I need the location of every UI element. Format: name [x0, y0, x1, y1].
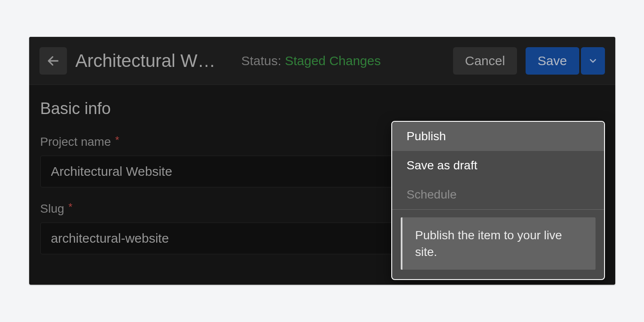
cancel-button[interactable]: Cancel	[453, 47, 517, 75]
required-marker: *	[69, 201, 73, 213]
chevron-down-icon	[588, 56, 598, 66]
arrow-left-icon	[46, 54, 60, 68]
dropdown-separator	[392, 209, 604, 210]
page-title: Architectural W…	[76, 51, 216, 71]
editor-header: Architectural W… Status: Staged Changes …	[29, 37, 615, 85]
status-label: Status:	[241, 54, 281, 68]
dropdown-hint: Publish the item to your live site.	[401, 217, 596, 270]
dropdown-item-save-draft[interactable]: Save as draft	[392, 151, 604, 180]
status-value: Staged Changes	[285, 54, 381, 68]
section-title-basic-info: Basic info	[40, 99, 604, 118]
save-button-group: Save	[526, 47, 605, 75]
save-dropdown-menu: Publish Save as draft Schedule Publish t…	[391, 121, 605, 280]
editor-panel: Architectural W… Status: Staged Changes …	[29, 37, 615, 285]
save-button[interactable]: Save	[526, 47, 579, 75]
status-area: Status: Staged Changes	[241, 54, 381, 68]
back-button[interactable]	[39, 47, 67, 75]
project-name-label-text: Project name	[40, 135, 111, 149]
dropdown-item-schedule: Schedule	[392, 180, 604, 209]
save-dropdown-toggle[interactable]	[581, 47, 605, 75]
dropdown-item-publish[interactable]: Publish	[392, 122, 604, 151]
required-marker: *	[115, 134, 119, 146]
slug-label-text: Slug	[40, 202, 64, 216]
